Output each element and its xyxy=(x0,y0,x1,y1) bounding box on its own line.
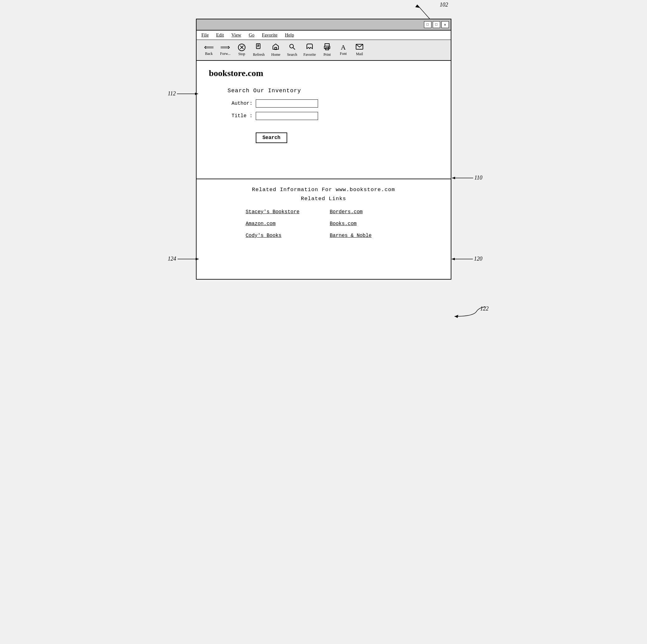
refresh-icon xyxy=(255,43,263,52)
link-borders[interactable]: Borders.com xyxy=(330,209,402,215)
title-input[interactable] xyxy=(256,112,318,120)
link-amazon[interactable]: Amazon.com xyxy=(246,221,317,227)
menu-file[interactable]: File xyxy=(202,33,209,38)
patent-label-122: 122 xyxy=(480,306,489,312)
svg-line-0 xyxy=(417,5,430,19)
patent-label-124: 124 xyxy=(168,256,176,262)
svg-marker-19 xyxy=(196,258,199,260)
favorite-label: Favorite xyxy=(303,52,316,57)
related-links-heading: Related Links xyxy=(209,196,438,202)
site-title: bookstore.com xyxy=(209,68,438,78)
svg-marker-22 xyxy=(454,315,458,318)
forward-icon: ⟹ xyxy=(220,44,230,51)
arrow-112 xyxy=(177,91,202,97)
back-label: Back xyxy=(205,51,213,56)
patent-label-122-container: 122 xyxy=(451,306,489,318)
search-icon xyxy=(288,43,296,52)
patent-label-112: 112 xyxy=(168,90,176,97)
stop-icon: ✕ xyxy=(238,44,245,51)
home-button[interactable]: Home xyxy=(268,43,283,58)
print-icon xyxy=(324,43,331,52)
page-wrapper: 102 □ □ ✕ File Edit View Go Favorite Hel… xyxy=(196,19,451,279)
title-row: Title : xyxy=(228,112,438,120)
arrow-120 xyxy=(448,256,473,262)
author-label: Author: xyxy=(228,101,253,106)
svg-point-7 xyxy=(290,44,293,48)
author-input[interactable] xyxy=(256,100,318,108)
stop-label: Stop xyxy=(238,52,245,56)
svg-point-12 xyxy=(328,47,329,48)
font-button[interactable]: A Font xyxy=(336,43,351,57)
print-button[interactable]: Print xyxy=(319,43,335,58)
content-top: bookstore.com Search Our Inventory Autho… xyxy=(197,61,451,179)
link-books[interactable]: Books.com xyxy=(330,221,402,227)
patent-label-120-container: 120 xyxy=(448,256,483,262)
font-icon: A xyxy=(341,44,346,51)
search-section: Search Our Inventory Author: Title : Sea… xyxy=(228,87,438,143)
minimize-button[interactable]: □ xyxy=(424,21,431,28)
toolbar: ⟸ Back ⟹ Forw... ✕ Stop xyxy=(197,40,451,61)
patent-label-124-container: 124 xyxy=(168,256,203,262)
mail-icon xyxy=(356,44,363,51)
patent-label-110: 110 xyxy=(475,175,483,181)
arrow-110 xyxy=(448,175,473,181)
menu-help[interactable]: Help xyxy=(285,33,294,38)
svg-rect-9 xyxy=(325,44,329,46)
patent-label-120: 120 xyxy=(474,256,483,262)
search-heading: Search Our Inventory xyxy=(228,87,438,94)
svg-marker-17 xyxy=(452,177,455,179)
mail-button[interactable]: Mail xyxy=(352,43,367,57)
browser-window: □ □ ✕ File Edit View Go Favorite Help ⟸ … xyxy=(196,19,451,279)
home-label: Home xyxy=(271,52,280,57)
print-label: Print xyxy=(324,52,331,57)
close-button[interactable]: ✕ xyxy=(441,21,449,28)
favorite-icon xyxy=(306,43,313,52)
forward-label: Forw... xyxy=(220,51,231,56)
title-bar-buttons: □ □ ✕ xyxy=(424,21,449,28)
mail-label: Mail xyxy=(356,52,363,56)
menu-favorite[interactable]: Favorite xyxy=(262,33,278,38)
svg-marker-1 xyxy=(415,5,420,8)
menu-bar: File Edit View Go Favorite Help xyxy=(197,30,451,40)
refresh-label: Refresh xyxy=(253,52,265,57)
font-label: Font xyxy=(340,51,347,56)
links-grid: Stacey's Bookstore Borders.com Amazon.co… xyxy=(246,209,402,239)
toolbar-search-label: Search xyxy=(287,52,297,57)
patent-label-102: 102 xyxy=(411,2,448,22)
link-codys-books[interactable]: Cody's Books xyxy=(246,233,317,239)
menu-view[interactable]: View xyxy=(231,33,241,38)
link-staceys-bookstore[interactable]: Stacey's Bookstore xyxy=(246,209,317,215)
menu-edit[interactable]: Edit xyxy=(216,33,224,38)
arrow-124 xyxy=(177,256,203,262)
content-bottom: Related Information For www.bookstore.co… xyxy=(197,179,451,279)
toolbar-search-button[interactable]: Search xyxy=(284,43,300,58)
forward-button[interactable]: ⟹ Forw... xyxy=(218,43,233,57)
toolbar-favorite-button[interactable]: Favorite xyxy=(301,43,318,58)
patent-label-112-container: 112 xyxy=(168,90,202,97)
title-label: Title : xyxy=(228,113,253,119)
link-barnes-noble[interactable]: Barnes & Noble xyxy=(330,233,402,239)
svg-marker-21 xyxy=(452,258,455,260)
author-row: Author: xyxy=(228,100,438,108)
menu-go[interactable]: Go xyxy=(248,33,254,38)
stop-button[interactable]: ✕ Stop xyxy=(234,43,249,57)
refresh-button[interactable]: Refresh xyxy=(250,43,267,58)
svg-line-8 xyxy=(293,48,295,50)
svg-marker-15 xyxy=(195,92,198,95)
related-info-title: Related Information For www.bookstore.co… xyxy=(209,187,438,193)
home-icon xyxy=(272,43,279,52)
patent-label-110-container: 110 xyxy=(448,175,483,181)
back-button[interactable]: ⟸ Back xyxy=(202,43,216,57)
restore-button[interactable]: □ xyxy=(433,21,440,28)
search-submit-button[interactable]: Search xyxy=(256,132,288,143)
back-icon: ⟸ xyxy=(204,44,214,51)
